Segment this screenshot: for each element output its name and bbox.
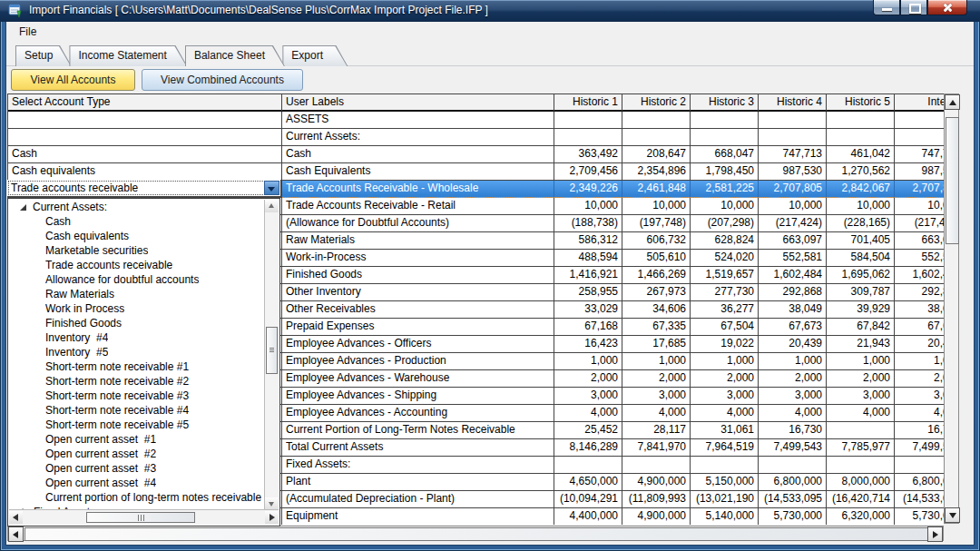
maximize-button[interactable] [900, 0, 927, 15]
user-label-cell[interactable]: Current Assets: [282, 129, 554, 146]
value-cell[interactable]: 505,610 [622, 250, 691, 267]
value-cell[interactable]: 6,800,000 [895, 474, 944, 491]
value-cell[interactable] [691, 129, 759, 146]
user-label-cell[interactable]: Raw Materials [282, 232, 554, 250]
value-cell[interactable] [895, 129, 944, 146]
value-cell[interactable]: (217,424) [895, 215, 944, 232]
value-cell[interactable]: 3,000 [827, 388, 895, 405]
account-type-cell[interactable] [8, 112, 282, 129]
value-cell[interactable]: 2,000 [759, 370, 827, 388]
dropdown-item[interactable]: Short-term note receivable #5 [9, 418, 265, 432]
value-cell[interactable] [554, 112, 622, 129]
value-cell[interactable]: 552,581 [759, 250, 827, 267]
dropdown-item[interactable]: Marketable securities [9, 243, 265, 258]
value-cell[interactable]: (197,748) [622, 215, 691, 232]
value-cell[interactable]: 3,000 [622, 388, 691, 405]
horizontal-scroll-thumb[interactable] [86, 512, 195, 523]
tab-export[interactable]: Export [282, 45, 348, 66]
value-cell[interactable]: 10,000 [622, 198, 691, 215]
minimize-button[interactable] [873, 0, 900, 15]
value-cell[interactable]: 7,499,543 [759, 439, 827, 457]
value-cell[interactable]: 16,730 [759, 422, 827, 439]
value-cell[interactable]: 2,707,805 [759, 181, 827, 198]
user-label-cell[interactable]: Total Current Assets [282, 439, 554, 457]
value-cell[interactable]: 3,000 [554, 388, 622, 405]
dropdown-item[interactable]: Current Assets: [9, 200, 265, 214]
dropdown-item[interactable]: Open current asset #4 [9, 476, 265, 490]
value-cell[interactable] [895, 457, 944, 474]
user-label-cell[interactable]: Work-in-Process [282, 250, 554, 267]
value-cell[interactable]: 7,499,543 [895, 439, 944, 457]
user-label-cell[interactable]: Other Inventory [282, 284, 554, 301]
value-cell[interactable]: 2,349,226 [554, 181, 622, 198]
value-cell[interactable]: (10,094,291 [554, 491, 622, 508]
value-cell[interactable]: 663,097 [759, 232, 827, 250]
value-cell[interactable]: 20,439 [759, 336, 827, 353]
dropdown-item[interactable]: Short-term note receivable #3 [9, 389, 265, 403]
value-cell[interactable]: 3,000 [691, 388, 759, 405]
value-cell[interactable]: 4,000 [622, 405, 691, 422]
value-cell[interactable]: 38,049 [759, 301, 827, 319]
user-label-cell[interactable]: Equipment [282, 508, 554, 525]
value-cell[interactable]: 663,097 [895, 232, 944, 250]
value-cell[interactable]: 2,842,067 [827, 181, 895, 198]
value-cell[interactable]: 6,320,000 [827, 508, 895, 525]
user-label-cell[interactable]: Trade Accounts Receivable - Retail [282, 198, 554, 215]
value-cell[interactable]: 20,439 [895, 336, 944, 353]
scroll-up-button[interactable] [265, 200, 279, 212]
value-cell[interactable] [827, 422, 895, 439]
value-cell[interactable]: 488,594 [554, 250, 622, 267]
table-scroll-up-button[interactable] [945, 94, 960, 110]
value-cell[interactable]: 16,730 [895, 422, 944, 439]
value-cell[interactable]: 1,000 [759, 353, 827, 370]
user-label-cell[interactable]: Employee Advances - Accounting [282, 405, 554, 422]
table-scroll-right-button[interactable] [927, 526, 943, 542]
user-label-cell[interactable]: Employee Advances - Production [282, 353, 554, 370]
dropdown-item[interactable]: Cash [9, 214, 265, 229]
value-cell[interactable]: (207,298) [691, 215, 759, 232]
value-cell[interactable]: 208,647 [622, 146, 691, 163]
user-label-cell[interactable]: Employee Advances - Warehouse [282, 370, 554, 388]
value-cell[interactable]: 258,955 [554, 284, 622, 301]
value-cell[interactable]: 8,146,289 [554, 439, 622, 457]
value-cell[interactable]: 19,022 [691, 336, 759, 353]
value-cell[interactable]: 1,000 [895, 353, 944, 370]
value-cell[interactable] [554, 129, 622, 146]
value-cell[interactable]: 363,492 [554, 146, 622, 163]
value-cell[interactable] [759, 129, 827, 146]
value-cell[interactable]: 1,602,484 [895, 267, 944, 284]
value-cell[interactable]: 21,943 [827, 336, 895, 353]
combobox-dropdown-button[interactable] [264, 181, 279, 195]
user-label-cell[interactable]: Other Receivables [282, 301, 554, 319]
value-cell[interactable]: 292,868 [895, 284, 944, 301]
value-cell[interactable]: 4,900,000 [622, 508, 691, 525]
value-cell[interactable] [691, 457, 759, 474]
value-cell[interactable]: 25,452 [554, 422, 622, 439]
value-cell[interactable]: 4,400,000 [554, 508, 622, 525]
value-cell[interactable] [554, 457, 622, 474]
value-cell[interactable] [759, 112, 827, 129]
value-cell[interactable]: 6,800,000 [759, 474, 827, 491]
scroll-right-button[interactable] [265, 511, 279, 524]
value-cell[interactable]: 2,000 [827, 370, 895, 388]
value-cell[interactable]: 2,000 [691, 370, 759, 388]
value-cell[interactable]: 606,732 [622, 232, 691, 250]
value-cell[interactable]: 67,673 [895, 319, 944, 336]
value-cell[interactable]: 584,504 [827, 250, 895, 267]
value-cell[interactable]: 1,695,062 [827, 267, 895, 284]
dropdown-item[interactable]: Work in Process [9, 301, 265, 316]
value-cell[interactable]: 4,000 [827, 405, 895, 422]
value-cell[interactable]: 5,140,000 [691, 508, 759, 525]
value-cell[interactable] [622, 112, 691, 129]
value-cell[interactable]: 4,000 [895, 405, 944, 422]
value-cell[interactable]: 292,868 [759, 284, 827, 301]
value-cell[interactable]: 10,000 [554, 198, 622, 215]
value-cell[interactable]: 8,000,000 [827, 474, 895, 491]
value-cell[interactable]: 701,405 [827, 232, 895, 250]
value-cell[interactable]: 7,841,970 [622, 439, 691, 457]
value-cell[interactable]: 4,000 [554, 405, 622, 422]
user-label-cell[interactable]: ASSETS [282, 112, 554, 129]
value-cell[interactable]: (16,420,714 [827, 491, 895, 508]
view-all-accounts-button[interactable]: View All Accounts [11, 69, 135, 91]
value-cell[interactable]: 10,000 [691, 198, 759, 215]
